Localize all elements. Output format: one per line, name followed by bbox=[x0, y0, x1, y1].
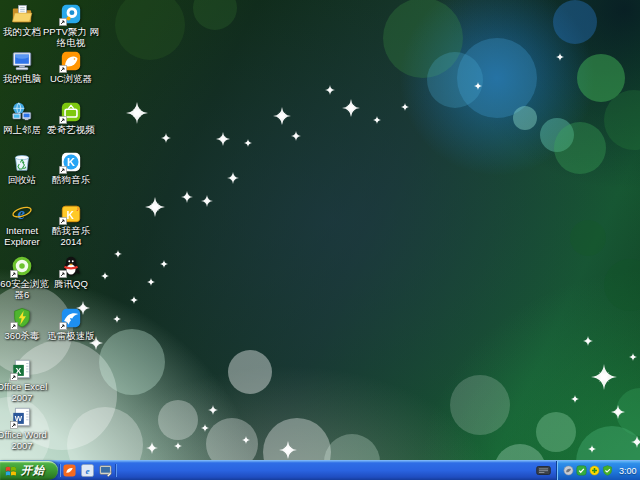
desktop-icon-label: UC浏览器 bbox=[42, 74, 100, 85]
desktop-icon-pptv[interactable]: PPTV聚力 网 络电视 bbox=[42, 3, 100, 48]
start-button[interactable]: 开始 bbox=[0, 461, 58, 480]
360-browser-icon bbox=[11, 255, 33, 277]
my-documents-icon bbox=[11, 3, 33, 25]
desktop-icon-iqiyi[interactable]: 爱奇艺视频 bbox=[42, 101, 100, 136]
desktop-icon-label: 腾讯QQ bbox=[42, 279, 100, 290]
svg-text:e: e bbox=[85, 466, 89, 476]
taskbar-divider bbox=[59, 464, 60, 477]
shortcut-arrow-badge bbox=[10, 322, 18, 330]
desktop-icon-label: PPTV聚力 网 络电视 bbox=[42, 27, 100, 48]
office-word-icon: W bbox=[11, 406, 33, 428]
quick-launch-bar: e bbox=[63, 461, 112, 480]
xunlei-icon bbox=[60, 307, 82, 329]
desktop-icon-label: 酷我音乐 2014 bbox=[42, 226, 100, 247]
desktop-icon-office-word[interactable]: WOffice Word 2007 bbox=[0, 406, 51, 451]
shortcut-arrow-badge bbox=[10, 373, 18, 381]
kuwo-music-icon: K♪ bbox=[60, 202, 82, 224]
shortcut-arrow-badge bbox=[59, 65, 67, 73]
kugou-music-icon: K bbox=[60, 151, 82, 173]
start-label: 开始 bbox=[21, 463, 45, 478]
shortcut-arrow-badge bbox=[59, 18, 67, 26]
desktop-icon-kuwo-music[interactable]: K♪酷我音乐 2014 bbox=[42, 202, 100, 247]
tray-green-check-icon[interactable] bbox=[576, 465, 587, 476]
svg-text:K: K bbox=[67, 156, 75, 168]
clock[interactable]: 3:00 bbox=[619, 466, 637, 476]
internet-explorer-icon: e bbox=[11, 202, 33, 224]
iqiyi-icon bbox=[60, 101, 82, 123]
tray-gray-swirl-icon[interactable] bbox=[563, 465, 574, 476]
shortcut-arrow-badge bbox=[10, 270, 18, 278]
taskbar-divider bbox=[115, 464, 116, 477]
desktop-icon-area: 我的文档我的电脑网上邻居回收站eInternet Explorer360安全浏览… bbox=[0, 0, 640, 480]
network-places-icon bbox=[11, 101, 33, 123]
tray-green-shield-icon[interactable] bbox=[602, 465, 613, 476]
shortcut-arrow-badge bbox=[59, 270, 67, 278]
shortcut-arrow-badge bbox=[59, 166, 67, 174]
shortcut-arrow-badge bbox=[59, 322, 67, 330]
desktop-icon-label: 迅雷极速版 bbox=[42, 331, 100, 342]
shortcut-arrow-badge bbox=[59, 217, 67, 225]
desktop-icon-tencent-qq[interactable]: 腾讯QQ bbox=[42, 255, 100, 290]
desktop-icon-label: 酷狗音乐 bbox=[42, 175, 100, 186]
my-computer-icon bbox=[11, 50, 33, 72]
desktop-icon-xunlei[interactable]: 迅雷极速版 bbox=[42, 307, 100, 342]
orange-app-icon[interactable] bbox=[63, 464, 76, 477]
language-bar-icon[interactable] bbox=[536, 466, 551, 475]
svg-text:♪: ♪ bbox=[76, 205, 79, 212]
office-excel-icon: X bbox=[11, 358, 33, 380]
360-antivirus-icon bbox=[11, 307, 33, 329]
show-desktop-icon[interactable] bbox=[99, 464, 112, 477]
tray-icons bbox=[563, 465, 613, 476]
uc-browser-icon bbox=[60, 50, 82, 72]
desktop-icon-office-excel[interactable]: XOffice Excel 2007 bbox=[0, 358, 51, 403]
desktop-icon-label: 爱奇艺视频 bbox=[42, 125, 100, 136]
shortcut-arrow-badge bbox=[59, 116, 67, 124]
ie-browser-icon[interactable]: e bbox=[81, 464, 94, 477]
desktop-icon-uc-browser[interactable]: UC浏览器 bbox=[42, 50, 100, 85]
svg-text:K: K bbox=[66, 210, 74, 221]
pptv-icon bbox=[60, 3, 82, 25]
tray-yellow-plus-icon[interactable] bbox=[589, 465, 600, 476]
svg-text:e: e bbox=[17, 203, 25, 223]
tencent-qq-icon bbox=[60, 255, 82, 277]
desktop-icon-label: Office Excel 2007 bbox=[0, 382, 51, 403]
desktop-icon-kugou-music[interactable]: K酷狗音乐 bbox=[42, 151, 100, 186]
taskbar: 开始 e 3:00 bbox=[0, 460, 640, 480]
system-tray: 3:00 bbox=[556, 461, 640, 480]
windows-logo-icon bbox=[5, 465, 17, 477]
recycle-bin-icon bbox=[11, 151, 33, 173]
desktop-icon-label: Office Word 2007 bbox=[0, 430, 51, 451]
shortcut-arrow-badge bbox=[10, 421, 18, 429]
